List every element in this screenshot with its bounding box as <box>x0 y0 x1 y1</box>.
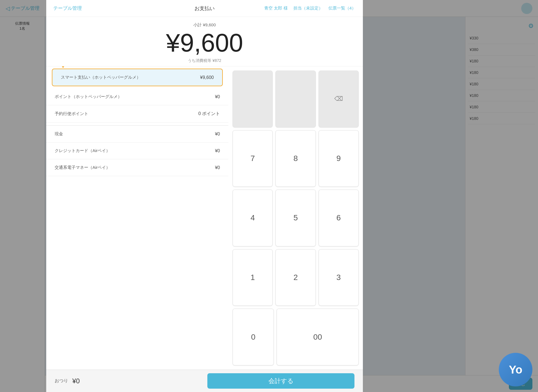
numpad-row-4: 1 2 3 <box>233 249 359 306</box>
numpad-4-button[interactable]: 4 <box>233 190 273 246</box>
subtotal-label: 小計 ¥9,600 <box>46 22 363 28</box>
credit-card-label: クレジットカード（Airペイ） <box>55 148 110 153</box>
main-amount: ¥9,600 <box>46 29 363 57</box>
backspace-icon: ⌫ <box>334 95 343 102</box>
change-amount: ¥0 <box>72 377 80 385</box>
modal-header: テーブル管理 お支払い 青空 太郎 様 担当（未設定） 伝票一覧（4） <box>46 0 363 17</box>
numpad-row-1: ⌫ <box>233 71 359 127</box>
modal-title: お支払い <box>194 5 215 12</box>
staff-label: 担当（未設定） <box>293 6 323 11</box>
cash-label: 現金 <box>55 131 63 137</box>
numpad-9-button[interactable]: 9 <box>319 130 359 187</box>
credit-card-amount: ¥0 <box>215 148 220 153</box>
smart-payment-item[interactable]: スマート支払い（ホットペッパーグルメ） ¥9,600 <box>52 69 223 86</box>
points-amount: ¥0 <box>215 94 220 99</box>
cash-amount: ¥0 <box>215 132 220 137</box>
points-payment-item[interactable]: ポイント（ホットペッパーグルメ） ¥0 <box>46 88 228 105</box>
reservation-points-item[interactable]: 予約行使ポイント 0 ポイント <box>46 105 228 123</box>
numpad-8-button[interactable]: 8 <box>275 130 316 187</box>
payment-modal: テーブル管理 お支払い 青空 太郎 様 担当（未設定） 伝票一覧（4） 小計 ¥… <box>46 0 363 392</box>
receipts-label[interactable]: 伝票一覧（4） <box>328 6 356 11</box>
numpad-empty-2 <box>275 71 316 127</box>
calculate-button[interactable]: 会計する <box>207 373 354 389</box>
numpad: ⌫ 7 8 9 4 5 6 <box>228 66 363 370</box>
transit-money-item[interactable]: 交通系電子マネー（Airペイ） ¥0 <box>46 159 228 176</box>
points-label: ポイント（ホットペッパーグルメ） <box>55 94 122 99</box>
numpad-row-5: 0 00 <box>233 309 359 365</box>
numpad-row-3: 4 5 6 <box>233 190 359 246</box>
numpad-empty-1 <box>233 71 273 127</box>
customer-name: 青空 太郎 様 <box>264 6 287 11</box>
modal-body: 小計 ¥9,600 ¥9,600 うち消費税等 ¥872 一番上に表示される ス… <box>46 17 363 370</box>
modal-overlay: テーブル管理 お支払い 青空 太郎 様 担当（未設定） 伝票一覧（4） 小計 ¥… <box>0 0 538 392</box>
numpad-3-button[interactable]: 3 <box>319 249 359 306</box>
tax-label: うち消費税等 ¥872 <box>46 58 363 63</box>
payment-list: 一番上に表示される スマート支払い（ホットペッパーグルメ） ¥9,600 ポイン… <box>46 66 228 370</box>
numpad-2-button[interactable]: 2 <box>275 249 316 306</box>
modal-footer: おつり ¥0 会計する <box>46 370 363 392</box>
credit-card-item[interactable]: クレジットカード（Airペイ） ¥0 <box>46 143 228 159</box>
numpad-1-button[interactable]: 1 <box>233 249 273 306</box>
change-section: おつり ¥0 <box>55 377 202 385</box>
numpad-00-button[interactable]: 00 <box>277 309 359 365</box>
payment-area: 一番上に表示される スマート支払い（ホットペッパーグルメ） ¥9,600 ポイン… <box>46 66 363 370</box>
smart-payment-label: スマート支払い（ホットペッパーグルメ） <box>61 75 141 80</box>
customer-info: 青空 太郎 様 担当（未設定） 伝票一覧（4） <box>264 6 356 11</box>
cash-payment-item[interactable]: 現金 ¥0 <box>46 125 228 143</box>
numpad-5-button[interactable]: 5 <box>275 190 316 246</box>
smart-payment-amount: ¥9,600 <box>200 75 214 80</box>
cancel-button[interactable]: テーブル管理 <box>53 5 82 11</box>
yo-text: Yo <box>509 363 522 376</box>
numpad-row-2: 7 8 9 <box>233 130 359 187</box>
subtotal-area: 小計 ¥9,600 ¥9,600 うち消費税等 ¥872 <box>46 17 363 66</box>
numpad-7-button[interactable]: 7 <box>233 130 273 187</box>
change-label: おつり <box>55 378 68 384</box>
transit-money-label: 交通系電子マネー（Airペイ） <box>55 165 110 170</box>
highlighted-payment-container: 一番上に表示される スマート支払い（ホットペッパーグルメ） ¥9,600 <box>49 69 226 86</box>
reservation-points-label: 予約行使ポイント <box>55 111 88 116</box>
yo-avatar: Yo <box>499 353 532 386</box>
numpad-delete-button[interactable]: ⌫ <box>319 71 359 127</box>
numpad-6-button[interactable]: 6 <box>319 190 359 246</box>
transit-money-amount: ¥0 <box>215 165 220 170</box>
reservation-points-amount: 0 ポイント <box>198 111 220 117</box>
numpad-0-button[interactable]: 0 <box>233 309 274 365</box>
